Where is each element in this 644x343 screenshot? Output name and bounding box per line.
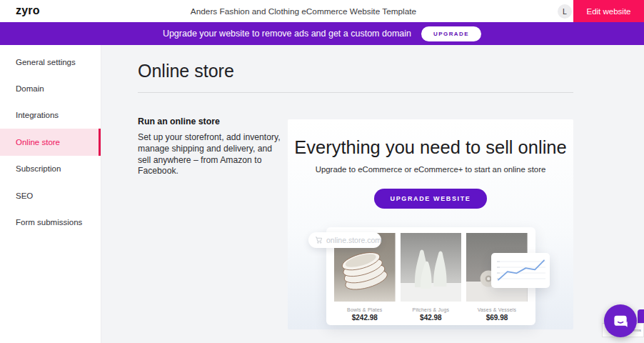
section-heading: Run an online store: [138, 116, 285, 126]
upgrade-website-button[interactable]: UPGRADE WEBSITE: [374, 189, 488, 209]
section-text: Set up your storefront, add inventory, m…: [138, 132, 285, 177]
chart-line: [498, 260, 544, 279]
product-price: $242.98: [334, 314, 396, 322]
upgrade-banner-message: Upgrade your website to remove ads and g…: [163, 29, 411, 39]
sidebar-item-domain[interactable]: Domain: [0, 75, 101, 101]
store-url-pill: online.store.com: [308, 232, 381, 248]
sidebar-item-form-submissions[interactable]: Form submissions: [0, 209, 101, 235]
sidebar-item-seo[interactable]: SEO: [0, 182, 101, 209]
product-pitchers: Pitchers & Jugs $42.98: [401, 233, 462, 322]
sidebar-item-integrations[interactable]: Integrations: [0, 102, 101, 129]
edit-website-button[interactable]: Edit website: [573, 0, 644, 22]
zyro-dashboard: zyro Anders Fashion and Clothing eCommer…: [0, 0, 644, 343]
upgrade-banner: Upgrade your website to remove ads and g…: [0, 22, 644, 45]
title-divider: [138, 92, 573, 93]
upgrade-banner-button[interactable]: UPGRADE: [421, 26, 481, 41]
ecommerce-upsell-panel: Everything you need to sell online Upgra…: [288, 119, 573, 329]
site-template-title: Anders Fashion and Clothing eCommerce We…: [0, 0, 607, 22]
product-name: Pitchers & Jugs: [401, 307, 462, 312]
sidebar-item-general-settings[interactable]: General settings: [0, 49, 101, 75]
account-avatar[interactable]: L: [558, 4, 572, 19]
sidebar-item-subscription[interactable]: Subscription: [0, 156, 101, 182]
chat-icon: [613, 313, 629, 329]
product-name: Vases & Vessels: [466, 307, 528, 312]
sidebar-item-online-store[interactable]: Online store: [0, 129, 101, 155]
upsell-heading: Everything you need to sell online: [288, 137, 573, 158]
section-description: Run an online store Set up your storefro…: [138, 116, 285, 177]
chat-launcher-button[interactable]: [604, 304, 637, 337]
product-price: $42.98: [401, 314, 462, 322]
product-image-pitchers: [401, 233, 462, 302]
product-price: $69.98: [466, 314, 528, 322]
upsell-subheading: Upgrade to eCommerce or eCommerce+ to st…: [288, 165, 573, 174]
settings-sidebar: General settings Domain Integrations Onl…: [0, 45, 101, 343]
main-content: Online store Run an online store Set up …: [101, 45, 644, 343]
cart-icon: [315, 236, 323, 244]
mini-line-chart: [491, 253, 550, 288]
page-title: Online store: [138, 61, 234, 81]
store-url-text: online.store.com: [326, 236, 381, 244]
top-header: zyro Anders Fashion and Clothing eCommer…: [0, 0, 644, 22]
product-name: Bowls & Plates: [334, 307, 396, 312]
